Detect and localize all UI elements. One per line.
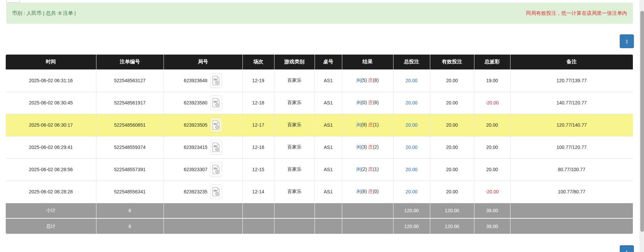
- result-player-label: 闲: [356, 100, 361, 105]
- result-player-label: 闲: [356, 189, 361, 194]
- total-bet-link[interactable]: 20.00: [406, 145, 417, 150]
- bet-records-table: 时间 注单编号 局号 场次 游戏类别 桌号 结果 总投注 有效投注 总派彩 备注…: [6, 55, 633, 234]
- cell-total-bet: 20.00: [393, 181, 430, 203]
- video-replay-button[interactable]: [210, 140, 222, 155]
- total-bet-link[interactable]: 20.00: [406, 122, 417, 128]
- header-valid-bet: 有效投注: [430, 55, 474, 69]
- header-payout: 总派彩: [474, 55, 510, 69]
- cell-result: 闲(3) 庄(2): [342, 136, 393, 158]
- pagination-page-1-bottom[interactable]: 1: [620, 245, 634, 252]
- result-banker-points: (0): [373, 189, 379, 194]
- cell-remark: 140.77/120.77: [510, 92, 633, 114]
- cell-game-type: 百家乐: [274, 181, 315, 203]
- cell-bet-id: 522548561917: [96, 92, 164, 114]
- cell-session: 12-18: [242, 92, 274, 114]
- result-player-label: 闲: [356, 166, 361, 172]
- result-player-label: 闲: [356, 77, 361, 83]
- cell-time: 2025-06-02 06:31:16: [6, 69, 96, 92]
- table-row: 2025-06-02 06:31:16522548563127623923648…: [6, 69, 633, 92]
- video-replay-button[interactable]: [210, 118, 222, 132]
- table-footer: 小计 6 120.00 120.00 39.00 总计 6 120.00 120…: [6, 203, 633, 234]
- cell-game-type: 百家乐: [274, 69, 315, 92]
- cell-session: 12-14: [242, 181, 274, 203]
- cell-round-id: 623923415: [164, 136, 242, 158]
- result-player-label: 闲: [356, 122, 361, 127]
- header-total-bet: 总投注: [393, 55, 430, 69]
- subtotal-total-bet: 120.00: [393, 203, 430, 218]
- result-banker-points: (2): [373, 144, 379, 150]
- video-file-icon: [212, 120, 220, 130]
- cell-table-no: AS1: [315, 181, 342, 203]
- result-banker-label: 庄: [368, 166, 373, 172]
- cell-bet-id: 522548563127: [96, 69, 164, 92]
- result-banker-points: (1): [373, 166, 379, 172]
- total-bet-link[interactable]: 20.00: [406, 78, 417, 83]
- total-count: 6: [96, 218, 164, 234]
- cell-session: 12-19: [242, 69, 274, 92]
- cell-total-bet: 20.00: [393, 136, 430, 158]
- cell-bet-id: 522548557391: [96, 158, 164, 181]
- cell-table-no: AS1: [315, 136, 342, 158]
- cell-payout: 20.00: [474, 114, 510, 136]
- vertical-scrollbar-thumb[interactable]: [640, 11, 644, 232]
- subtotal-count: 6: [96, 203, 164, 218]
- round-id-text: 623923505: [184, 122, 207, 128]
- cell-session: 12-15: [242, 158, 274, 181]
- header-remark: 备注: [510, 55, 633, 69]
- result-banker-points: (1): [373, 122, 379, 127]
- result-player-points: (3): [361, 144, 368, 150]
- subtotal-payout: 39.00: [474, 203, 510, 218]
- cell-session: 12-17: [242, 114, 274, 136]
- result-player-points: (9): [361, 122, 368, 127]
- round-id-text: 623923580: [184, 100, 207, 105]
- cell-bet-id: 522548560851: [96, 114, 164, 136]
- cell-game-type: 百家乐: [274, 92, 315, 114]
- header-result: 结果: [342, 55, 393, 69]
- header-bet-id: 注单编号: [96, 55, 164, 69]
- cell-time: 2025-06-02 06:29:41: [6, 136, 96, 158]
- cell-round-id: 623923580: [164, 92, 242, 114]
- table-header: 时间 注单编号 局号 场次 游戏类别 桌号 结果 总投注 有效投注 总派彩 备注: [6, 55, 633, 69]
- cell-payout: 19.00: [474, 69, 510, 92]
- result-banker-points: (8): [373, 100, 379, 105]
- result-player-label: 闲: [356, 144, 361, 150]
- cell-bet-id: 522548556341: [96, 181, 164, 203]
- result-banker-label: 庄: [368, 100, 373, 105]
- video-replay-button[interactable]: [210, 162, 222, 177]
- video-file-icon: [212, 76, 220, 85]
- subtotal-valid-bet: 120.00: [430, 203, 474, 218]
- video-file-icon: [212, 98, 220, 107]
- video-file-icon: [212, 143, 220, 152]
- cell-round-id: 623923505: [164, 114, 242, 136]
- result-player-points: (0): [361, 100, 368, 105]
- video-replay-button[interactable]: [210, 95, 222, 110]
- cell-valid-bet: 20.00: [430, 136, 474, 158]
- valid-bet-note: 同局有效投注，统一计算在该局第一张注单内: [526, 10, 627, 17]
- result-banker-points: (8): [373, 77, 379, 83]
- total-bet-link[interactable]: 20.00: [406, 189, 417, 194]
- pagination-page-1-top[interactable]: 1: [620, 34, 634, 48]
- cell-bet-id: 522548559374: [96, 136, 164, 158]
- round-id-group: 623923580: [164, 95, 242, 110]
- cell-remark: 120.77/140.77: [510, 114, 633, 136]
- result-banker-label: 庄: [368, 189, 373, 194]
- table-row: 2025-06-02 06:30:45522548561917623923580…: [6, 92, 633, 114]
- table-body: 2025-06-02 06:31:16522548563127623923648…: [6, 69, 633, 203]
- subtotal-row: 小计 6 120.00 120.00 39.00: [6, 203, 633, 218]
- cell-remark: 100.77/80.77: [510, 181, 633, 203]
- cell-time: 2025-06-02 06:28:28: [6, 181, 96, 203]
- cell-remark: 100.77/120.77: [510, 136, 633, 158]
- cell-result: 闲(2) 庄(1): [342, 158, 393, 181]
- video-replay-button[interactable]: [210, 73, 222, 88]
- table-row: 2025-06-02 06:29:41522548559374623923415…: [6, 136, 633, 158]
- total-bet-link[interactable]: 20.00: [406, 100, 417, 105]
- cell-time: 2025-06-02 06:28:56: [6, 158, 96, 181]
- cell-payout: -20.00: [474, 181, 510, 203]
- video-replay-button[interactable]: [210, 184, 222, 199]
- cell-game-type: 百家乐: [274, 158, 315, 181]
- cell-valid-bet: 20.00: [430, 69, 474, 92]
- total-bet-link[interactable]: 20.00: [406, 167, 417, 172]
- cell-remark: 80.77/100.77: [510, 158, 633, 181]
- round-id-group: 623923648: [164, 73, 242, 88]
- vertical-scrollbar-track[interactable]: [640, 0, 644, 252]
